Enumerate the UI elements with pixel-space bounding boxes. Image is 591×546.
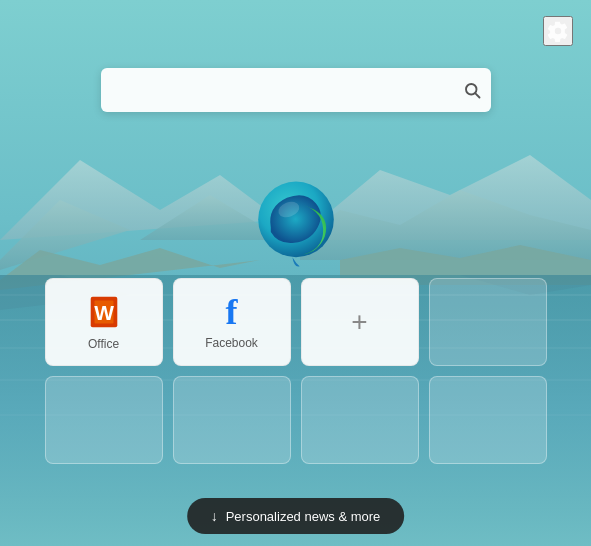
news-arrow-icon: ↓ (211, 508, 218, 524)
search-button[interactable] (463, 81, 481, 99)
dial-empty-4[interactable] (301, 376, 419, 464)
gear-icon (547, 20, 569, 42)
facebook-icon: f (226, 294, 238, 330)
search-container (101, 68, 491, 112)
speed-dial-grid: W Office f Facebook + (45, 278, 547, 464)
search-icon (463, 81, 481, 99)
office-label: Office (88, 337, 119, 351)
news-bar-label: Personalized news & more (226, 509, 381, 524)
dial-office[interactable]: W Office (45, 278, 163, 366)
dial-empty-1[interactable] (429, 278, 547, 366)
news-bar[interactable]: ↓ Personalized news & more (187, 498, 405, 534)
dial-empty-5[interactable] (429, 376, 547, 464)
add-icon: + (351, 306, 367, 338)
dial-empty-2[interactable] (45, 376, 163, 464)
dial-add[interactable]: + (301, 278, 419, 366)
dial-empty-3[interactable] (173, 376, 291, 464)
edge-logo (251, 178, 341, 268)
settings-button[interactable] (543, 16, 573, 46)
office-icon: W (85, 293, 123, 331)
svg-text:W: W (94, 301, 114, 324)
facebook-label: Facebook (205, 336, 258, 350)
search-input[interactable] (101, 68, 491, 112)
dial-facebook[interactable]: f Facebook (173, 278, 291, 366)
svg-line-17 (475, 93, 479, 97)
